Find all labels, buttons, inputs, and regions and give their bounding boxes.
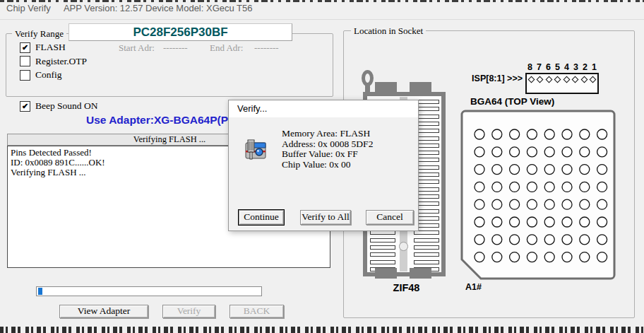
cancel-button[interactable]: Cancel bbox=[366, 210, 414, 225]
bga-ball bbox=[492, 182, 502, 192]
start-adr-label: Start Adr: bbox=[119, 42, 155, 54]
bga-ball bbox=[527, 235, 537, 245]
isp-pin-number: 3 bbox=[571, 62, 580, 72]
bga-ball bbox=[510, 182, 520, 192]
beep-sound-checkbox[interactable]: ✔ bbox=[20, 101, 30, 112]
zif-pin-slot bbox=[370, 260, 395, 264]
dialog-info-line: Chip Value: 0x 00 bbox=[282, 160, 373, 170]
bga-ball bbox=[544, 252, 554, 262]
bga-ball bbox=[597, 199, 607, 209]
verify-to-all-button[interactable]: Verify to All bbox=[300, 210, 351, 225]
isp-pin-hole-icon bbox=[537, 76, 544, 83]
verify-range-checkboxes: ✔FLASHRegister.OTPConfig bbox=[20, 40, 133, 83]
bga-ball bbox=[544, 165, 554, 175]
isp-connector-box bbox=[525, 73, 599, 94]
view-adapter-button[interactable]: View Adapter bbox=[59, 305, 148, 318]
bga64-outline bbox=[462, 111, 614, 279]
beep-sound-checkbox-row[interactable]: ✔Beep Sound ON bbox=[20, 99, 98, 112]
bga-ball bbox=[492, 217, 502, 227]
window-subtitle: APP Version: 12.57 Device Model: XGecu T… bbox=[64, 3, 253, 13]
bga-ball bbox=[510, 217, 520, 227]
bga-ball bbox=[510, 165, 520, 175]
bga-ball bbox=[562, 182, 572, 192]
bga-ball bbox=[597, 165, 607, 175]
isp-pin-number: 1 bbox=[590, 62, 599, 72]
zif-pin-slot bbox=[414, 238, 439, 243]
bga-ball bbox=[562, 165, 572, 175]
bga-ball bbox=[544, 182, 554, 192]
bga-ball bbox=[544, 199, 554, 209]
chip-name-panel: PC28F256P30BF bbox=[68, 23, 292, 41]
bga-ball bbox=[475, 165, 484, 175]
zif-pin-slot bbox=[414, 245, 439, 250]
programmer-device-icon bbox=[243, 137, 268, 163]
checkbox-row-config[interactable]: Config bbox=[20, 68, 62, 81]
isp-pin-number: 5 bbox=[553, 62, 562, 72]
bga-ball bbox=[475, 199, 484, 209]
bga-ball bbox=[527, 199, 537, 209]
bga64-package-diagram bbox=[459, 108, 618, 282]
progress-bar bbox=[36, 286, 262, 296]
bga-ball bbox=[597, 129, 607, 139]
bga-ball bbox=[580, 235, 590, 245]
zif-pin-slot bbox=[414, 260, 439, 264]
zif-center-screw-icon bbox=[399, 242, 408, 251]
verify-range-group-label: Verify Range bbox=[12, 28, 66, 40]
a1-pin-label: A1# bbox=[465, 282, 482, 292]
bga-ball bbox=[597, 217, 607, 227]
bga-ball bbox=[475, 182, 484, 192]
zif-bottom-tab bbox=[410, 268, 431, 279]
zif-pin-slot bbox=[370, 252, 395, 257]
end-adr-value: -------- bbox=[254, 42, 279, 54]
bga-ball bbox=[580, 129, 590, 139]
bga-ball bbox=[580, 252, 590, 262]
bga-ball bbox=[562, 235, 572, 245]
bga-ball bbox=[580, 217, 590, 227]
back-button: BACK bbox=[229, 305, 284, 318]
beep-sound-label: Beep Sound ON bbox=[35, 100, 98, 111]
end-adr-label: End Adr: bbox=[210, 42, 243, 54]
isp-label: ISP[8:1] >>> bbox=[452, 74, 523, 83]
bga-ball bbox=[527, 129, 537, 139]
zif-pin-slot bbox=[370, 230, 395, 235]
isp-pin-numbers: 87654321 bbox=[525, 62, 599, 72]
bga-ball bbox=[597, 252, 607, 262]
window-titlebar: Chip VerifyAPP Version: 12.57 Device Mod… bbox=[6, 3, 253, 13]
dialog-info-line: Buffer Value: 0x FF bbox=[282, 149, 373, 160]
zif-pin-slot bbox=[370, 245, 395, 250]
header-separator bbox=[0, 19, 644, 20]
checkbox-label: Config bbox=[35, 69, 62, 80]
use-adapter-text: Use Adapter:XG-BGA64P(P2) bbox=[86, 114, 238, 127]
bga-ball bbox=[527, 252, 537, 262]
continue-button[interactable]: Continue bbox=[239, 210, 284, 225]
bga-ball bbox=[544, 129, 554, 139]
checkbox-label: Register.OTP bbox=[35, 56, 87, 66]
checkbox[interactable] bbox=[20, 56, 30, 66]
isp-pin-hole-icon bbox=[527, 76, 535, 83]
bga-ball bbox=[562, 199, 572, 209]
bga-ball bbox=[544, 235, 554, 245]
checkbox[interactable]: ✔ bbox=[20, 42, 30, 53]
bga-ball bbox=[475, 129, 484, 139]
isp-pin-number: 6 bbox=[544, 62, 553, 72]
bga-ball bbox=[562, 217, 572, 227]
isp-pin-hole-icon bbox=[590, 76, 597, 83]
bga-ball bbox=[544, 217, 554, 227]
location-in-socket-label: Location in Socket bbox=[351, 25, 426, 37]
bga-ball bbox=[510, 252, 520, 262]
bga-ball bbox=[597, 147, 607, 157]
checkbox-row-flash[interactable]: ✔FLASH bbox=[20, 40, 66, 53]
bga-ball bbox=[475, 235, 484, 245]
checkbox-row-register-otp[interactable]: Register.OTP bbox=[20, 54, 87, 67]
bga-ball bbox=[475, 252, 484, 262]
isp-pin-number: 4 bbox=[562, 62, 571, 72]
checkbox[interactable] bbox=[20, 70, 30, 81]
verify-dialog-info: Memory Area: FLASHAddress: 0x 0008 5DF2B… bbox=[282, 129, 373, 170]
bga-ball bbox=[580, 147, 590, 157]
bga-ball bbox=[544, 147, 554, 157]
dialog-info-line: Memory Area: FLASH bbox=[282, 129, 373, 139]
bga-ball bbox=[562, 129, 572, 139]
bga-ball bbox=[527, 182, 537, 192]
zif-pin-slot bbox=[370, 238, 395, 243]
zif48-label: ZIF48 bbox=[380, 282, 433, 293]
